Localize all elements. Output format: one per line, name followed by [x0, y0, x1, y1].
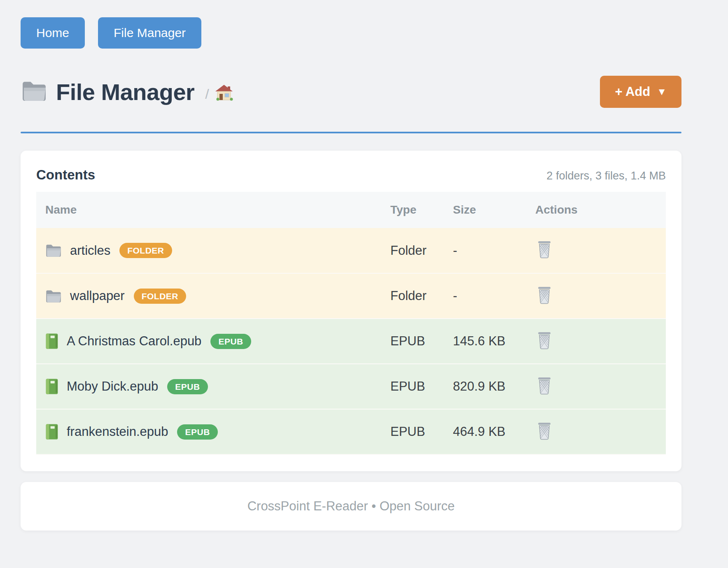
- book-icon: [45, 333, 58, 349]
- table-header-row: Name Type Size Actions: [36, 192, 666, 228]
- file-link[interactable]: frankenstein.epub: [67, 424, 168, 439]
- trash-icon: [537, 240, 552, 260]
- add-button[interactable]: + Add ▼: [600, 76, 681, 108]
- contents-summary: 2 folders, 3 files, 1.4 MB: [546, 170, 666, 182]
- book-icon: [45, 378, 58, 395]
- add-button-label: + Add: [615, 84, 650, 99]
- epub-badge: EPUB: [210, 334, 251, 349]
- delete-button[interactable]: [535, 420, 553, 443]
- table-row: wallpaper FOLDER Folder -: [36, 273, 666, 319]
- delete-button[interactable]: [535, 375, 553, 398]
- type-cell: Folder: [382, 228, 445, 273]
- contents-title: Contents: [36, 167, 95, 183]
- epub-badge: EPUB: [177, 424, 217, 440]
- top-nav: Home File Manager: [21, 0, 681, 49]
- file-link[interactable]: A Christmas Carol.epub: [67, 334, 201, 349]
- delete-button[interactable]: [535, 284, 553, 307]
- type-cell: EPUB: [382, 409, 445, 454]
- folder-icon: [45, 244, 62, 257]
- column-header-size: Size: [445, 192, 527, 228]
- table-row: articles FOLDER Folder -: [36, 228, 666, 273]
- epub-badge: EPUB: [167, 379, 208, 394]
- folder-icon: [21, 80, 48, 103]
- file-table: Name Type Size Actions articles FOLDER F…: [36, 192, 666, 455]
- footer: CrossPoint E-Reader • Open Source: [21, 482, 681, 531]
- size-cell: -: [445, 228, 527, 273]
- home-breadcrumb[interactable]: [215, 84, 233, 102]
- size-cell: -: [445, 273, 527, 319]
- size-cell: 145.6 KB: [445, 319, 527, 364]
- trash-icon: [537, 377, 552, 396]
- column-header-actions: Actions: [527, 192, 666, 228]
- table-row: A Christmas Carol.epub EPUB EPUB 145.6 K…: [36, 319, 666, 364]
- type-cell: Folder: [382, 273, 445, 319]
- page-header: File Manager / + Add ▼: [21, 76, 681, 108]
- home-button[interactable]: Home: [21, 17, 85, 49]
- folder-link[interactable]: articles: [70, 243, 110, 258]
- book-icon: [45, 424, 58, 440]
- table-row: Moby Dick.epub EPUB EPUB 820.9 KB: [36, 364, 666, 409]
- page: Home File Manager File Manager / + Add ▼…: [21, 0, 681, 531]
- type-cell: EPUB: [382, 364, 445, 409]
- column-header-name: Name: [36, 192, 382, 228]
- house-icon: [215, 84, 233, 102]
- folder-badge: FOLDER: [119, 243, 172, 258]
- breadcrumb-separator: /: [205, 86, 209, 102]
- size-cell: 820.9 KB: [445, 364, 527, 409]
- contents-card: Contents 2 folders, 3 files, 1.4 MB Name…: [21, 151, 681, 471]
- folder-icon: [45, 289, 62, 303]
- caret-down-icon: ▼: [657, 86, 667, 98]
- footer-text: CrossPoint E-Reader • Open Source: [247, 499, 455, 514]
- trash-icon: [537, 422, 552, 442]
- page-title: File Manager: [56, 79, 194, 105]
- size-cell: 464.9 KB: [445, 409, 527, 454]
- folder-link[interactable]: wallpaper: [70, 289, 125, 303]
- table-row: frankenstein.epub EPUB EPUB 464.9 KB: [36, 409, 666, 454]
- delete-button[interactable]: [535, 330, 553, 353]
- column-header-type: Type: [382, 192, 445, 228]
- type-cell: EPUB: [382, 319, 445, 364]
- folder-badge: FOLDER: [134, 289, 186, 304]
- file-link[interactable]: Moby Dick.epub: [67, 379, 158, 394]
- delete-button[interactable]: [535, 239, 553, 262]
- trash-icon: [537, 286, 552, 306]
- trash-icon: [537, 331, 552, 351]
- file-manager-button[interactable]: File Manager: [98, 17, 201, 49]
- header-divider: [21, 132, 681, 133]
